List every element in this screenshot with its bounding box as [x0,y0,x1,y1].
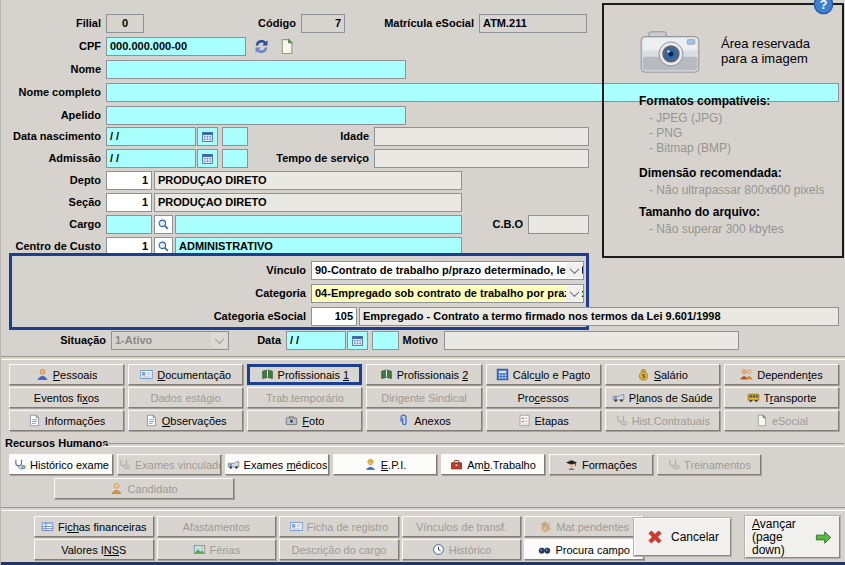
employee-registration-window: Filial 0 Código 7 Matrícula eSocial ATM.… [0,0,845,565]
categoria-esocial-code-field[interactable]: 105 [311,307,357,326]
tab-dependentes[interactable]: Dependentes [724,364,839,385]
camera-icon [639,28,701,76]
chevron-down-icon[interactable] [566,263,582,278]
button-formacoes[interactable]: Formações [549,454,653,475]
admissao-calendar-button[interactable] [197,149,218,168]
tab-profissionais-1[interactable]: Profissionais 1 [247,364,362,385]
tab-hist-contratuais: Hist.Contratuais [605,410,720,431]
chevron-down-icon[interactable] [566,286,582,301]
tab-etapas[interactable]: Etapas [486,410,601,431]
page-green-icon [755,414,768,427]
tab-anexos[interactable]: Anexos [366,410,481,431]
tab-documentacao[interactable]: Documentação [128,364,243,385]
nome-field[interactable] [106,60,406,79]
cargo-desc-field[interactable] [175,215,462,234]
van-icon [227,458,240,471]
button-label: Hist.Contratuais [632,415,710,427]
button-epi[interactable]: E.P.I. [333,454,437,475]
binoculars-icon [538,543,551,556]
button-label: Vínculos de transf. [416,521,507,533]
cargo-code-field[interactable] [106,215,152,234]
tab-trab-temporario: Trab.temporário [247,387,362,408]
clock-icon [432,543,445,556]
people-icon [740,368,753,381]
tempo-servico-label: Tempo de serviço [231,149,369,168]
book-icon [380,368,393,381]
button-procura-campo[interactable]: Procura campo [524,539,644,560]
group-border [103,443,844,447]
button-label: eSocial [772,415,808,427]
tab-calculo-e-pagto[interactable]: Cálculo e Pagto [486,364,601,385]
button-amb-trabalho[interactable]: Amb.Trabalho [441,454,545,475]
data-nascimento-calendar-button[interactable] [197,127,218,146]
cpf-sync-icon[interactable] [253,38,270,55]
button-label: Treinamentos [684,459,751,471]
button-historico-exame[interactable]: Histórico exame [9,454,113,475]
button-exames-medicos[interactable]: Exames médicos [225,454,329,475]
separator [1,507,845,511]
button-label: E.P.I. [381,459,407,471]
advance-label: Avançar (page down) [752,518,807,557]
tempo-servico-field [374,149,589,168]
recursos-humanos-title: Recursos Humanos [5,437,108,449]
button-label: Salário [654,369,688,381]
tab-foto[interactable]: Foto [247,410,362,431]
button-vinculos-de-transf: Vínculos de transf. [402,516,522,537]
button-fichas-financeiras[interactable]: Fichas financeiras [34,516,154,537]
bottom-row-1: Fichas financeirasAfastamentosFicha de r… [34,516,644,537]
admissao-field[interactable]: / / [106,149,196,168]
size-header: Tamanho do arquivo: [639,205,760,219]
cargo-search-button[interactable] [154,215,173,234]
rh-row-2: Candidato [54,478,234,499]
advance-button[interactable]: Avançar (page down) [745,516,840,558]
categoria-dropdown[interactable]: 04-Empregado sob contrato de trabalho po… [311,284,584,303]
button-label: Histórico exame [30,459,109,471]
data-nascimento-extra-field[interactable] [222,127,248,146]
data-field[interactable]: / / [286,331,346,350]
button-mat-pendentes: Mat.pendentes [524,516,644,537]
magnifier-icon [157,240,170,253]
vinculo-dropdown[interactable]: 90-Contrato de trabalho p/prazo determin… [311,261,584,280]
tab-planos-de-saude[interactable]: Planos de Saúde [605,387,720,408]
depto-label: Depto [1,171,101,190]
stetho-icon [13,458,26,471]
person-blue-icon [36,368,49,381]
magnifier-icon [157,218,170,231]
apelido-field[interactable] [106,106,406,125]
button-label: Amb.Trabalho [467,459,536,471]
bus-icon [747,391,760,404]
cbo-field [528,215,589,234]
button-label: Observações [162,415,227,427]
formats-header: Formatos compatíveis: [639,94,770,108]
tab-eventos-fixos[interactable]: Eventos fixos [9,387,124,408]
button-label: Trab.temporário [266,392,344,404]
doc-icon [145,414,158,427]
button-label: Cálculo e Pagto [513,369,591,381]
button-label: Valores INSS [61,544,126,556]
data-nascimento-field[interactable]: / / [106,127,196,146]
image-area-caption: Área reservadapara a imagem [721,36,810,66]
tab-transporte[interactable]: Transporte [724,387,839,408]
van-icon [612,391,625,404]
matricula-esocial-label: Matrícula eSocial [331,14,474,33]
cancel-button[interactable]: Cancelar [634,518,731,556]
graduation-icon [565,458,578,471]
tab-informacoes[interactable]: Informações [9,410,124,431]
button-label: Profissionais 1 [278,369,350,381]
tab-profissionais-2[interactable]: Profissionais 2 [366,364,481,385]
vinculo-label: Vínculo [151,261,306,280]
button-label: Etapas [535,415,569,427]
cpf-note-icon[interactable] [278,38,295,55]
cpf-label: CPF [1,37,101,56]
button-valores-inss[interactable]: Valores INSS [34,539,154,560]
tab-observacoes[interactable]: Observações [128,410,243,431]
tab-pessoais[interactable]: Pessoais [9,364,124,385]
moneybag-icon [637,368,650,381]
motivo-field [444,331,739,350]
secao-code-field[interactable]: 1 [106,193,152,212]
cpf-field[interactable]: 000.000.000-00 [106,37,246,56]
depto-code-field[interactable]: 1 [106,171,152,190]
help-icon[interactable] [813,0,834,15]
tab-salario[interactable]: Salário [605,364,720,385]
tab-processos[interactable]: Processos [486,387,601,408]
